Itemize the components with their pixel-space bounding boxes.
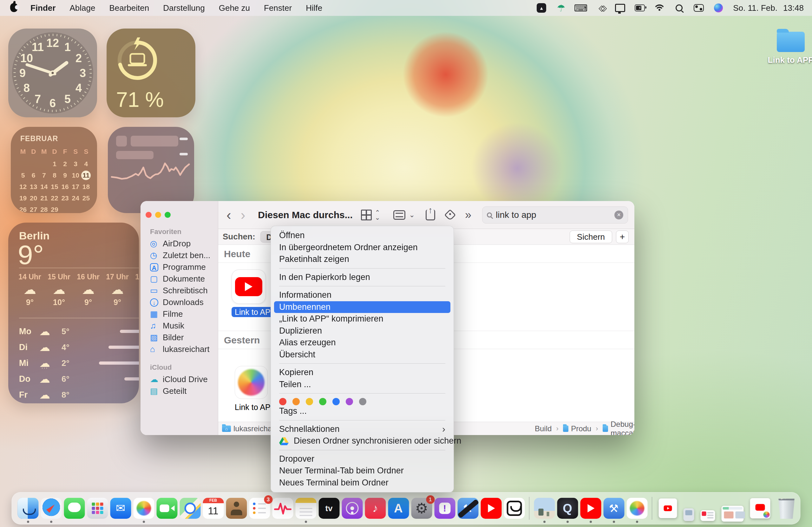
- tag-color-dot[interactable]: [306, 398, 313, 405]
- dropover-status-icon[interactable]: ◇◇: [595, 3, 606, 13]
- path-item-build[interactable]: Build: [535, 424, 552, 433]
- dock-podcasts[interactable]: [342, 498, 363, 519]
- sidebar-item[interactable]: ◎ AirDrop: [141, 238, 218, 250]
- share-button[interactable]: [426, 209, 435, 220]
- tag-color-dot[interactable]: [346, 398, 353, 405]
- icon-view-button[interactable]: [361, 209, 372, 220]
- forward-button[interactable]: ›: [240, 202, 254, 228]
- menu-item-quick-look[interactable]: Übersicht: [271, 349, 453, 361]
- menu-hilfe[interactable]: Hilfe: [299, 0, 329, 16]
- menu-item-show-package-contents[interactable]: Paketinhalt zeigen: [271, 253, 453, 265]
- dock-facetime[interactable]: [156, 498, 177, 519]
- dock-health[interactable]: [272, 498, 293, 519]
- dock-quicktime[interactable]: Q: [557, 498, 578, 519]
- weather-widget[interactable]: Berlin 9° 14 Uhr ☁ 9° 15 Uhr ☁ 10° 16 Uh…: [8, 223, 139, 403]
- tag-color-dot[interactable]: [319, 398, 327, 405]
- menu-item-new-terminal-tab[interactable]: Neuer Terminal-Tab beim Ordner: [271, 465, 453, 477]
- battery-widget[interactable]: 71 %: [106, 29, 195, 117]
- minimized-window[interactable]: [683, 508, 694, 521]
- desktop-folder-link-to-app[interactable]: Link to APP: [764, 28, 812, 65]
- menu-item-tags[interactable]: Tags ...: [271, 405, 453, 417]
- dock-swirl-app[interactable]: [626, 498, 647, 519]
- menu-bearbeiten[interactable]: Bearbeiten: [102, 0, 156, 16]
- sidebar-item[interactable]: ◷ Zuletzt ben...: [141, 250, 218, 261]
- dock-smile-app[interactable]: [504, 498, 525, 519]
- menu-item-compress[interactable]: „Link to APP“ komprimieren: [271, 313, 453, 325]
- dock-developer-tool[interactable]: ⚒: [458, 498, 478, 519]
- dock-system-settings[interactable]: ⚙ 1: [411, 498, 432, 519]
- menu-item-new-terminal[interactable]: Neues Terminal beim Ordner: [271, 477, 453, 489]
- menu-darstellung[interactable]: Darstellung: [156, 0, 212, 16]
- sidebar-item[interactable]: ▤ Geteilt: [141, 385, 218, 397]
- sidebar-item[interactable]: ☁ iCloud Drive: [141, 374, 218, 385]
- group-view-button[interactable]: [393, 210, 405, 220]
- menu-item-share[interactable]: Teilen ...: [271, 379, 453, 391]
- search-field[interactable]: link to app ×: [482, 206, 628, 223]
- close-button[interactable]: [146, 212, 151, 218]
- dock-xcode[interactable]: ⚒: [603, 498, 624, 519]
- dock-photos[interactable]: [133, 498, 154, 519]
- umbrella-status-icon[interactable]: ☂: [556, 3, 566, 13]
- display-status-icon[interactable]: [615, 3, 625, 13]
- sidebar-item[interactable]: A Programme: [141, 261, 218, 273]
- add-criteria-button[interactable]: +: [616, 231, 629, 243]
- menu-fenster[interactable]: Fenster: [257, 0, 299, 16]
- path-item-debug-maccatalyst[interactable]: Debug-maccatalyst: [611, 420, 634, 435]
- wifi-status-icon[interactable]: [654, 3, 665, 13]
- minimized-youtube-window[interactable]: [659, 498, 677, 518]
- tag-color-dot[interactable]: [359, 398, 366, 405]
- menu-item-rename-highlighted[interactable]: Umbenennen: [274, 301, 450, 313]
- back-button[interactable]: ‹: [218, 202, 240, 228]
- file-link-to-app-yesterday[interactable]: Link to APP: [235, 366, 276, 412]
- path-item-products[interactable]: Produ: [571, 424, 591, 433]
- sidebar-item[interactable]: ▦ Filme: [141, 308, 218, 320]
- menu-item-sync-folder[interactable]: Diesen Ordner synchronisieren oder siche…: [271, 435, 453, 447]
- minimized-youtube-window-2[interactable]: [750, 498, 770, 518]
- clock-widget[interactable]: 12 1 2 3 4 5 6 7 8 9 10 11: [8, 29, 97, 117]
- dock-notes[interactable]: [295, 498, 316, 519]
- control-center-icon[interactable]: [694, 3, 704, 13]
- menu-item-make-alias[interactable]: Alias erzeugen: [271, 337, 453, 349]
- sidebar-item[interactable]: ⌂ lukasreichart: [141, 343, 218, 355]
- menu-ablage[interactable]: Ablage: [62, 0, 102, 16]
- sidebar-item[interactable]: ♫ Musik: [141, 320, 218, 332]
- menu-item-move-to-trash[interactable]: In den Papierkorb legen: [271, 272, 453, 283]
- dock-app-store[interactable]: A: [388, 498, 409, 519]
- more-toolbar-items-button[interactable]: »: [465, 208, 472, 222]
- minimized-browser-window[interactable]: [722, 506, 744, 522]
- dock-trash[interactable]: [778, 498, 796, 519]
- minimize-button[interactable]: [155, 212, 161, 218]
- dock-messages[interactable]: [64, 498, 85, 519]
- dock-launchpad[interactable]: [87, 498, 108, 519]
- apple-menu-icon[interactable]: [10, 3, 18, 12]
- menu-item-get-info[interactable]: Informationen: [271, 289, 453, 301]
- dock-contacts[interactable]: [226, 498, 247, 519]
- menu-item-duplicate[interactable]: Duplizieren: [271, 325, 453, 337]
- dock-apple-tv[interactable]: tv: [318, 498, 339, 519]
- clear-search-button[interactable]: ×: [614, 210, 623, 219]
- dock-youtube[interactable]: [480, 498, 502, 519]
- tag-button[interactable]: [444, 209, 456, 221]
- tag-color-dot[interactable]: [279, 398, 287, 405]
- dock-finder[interactable]: [17, 498, 38, 519]
- menu-item-copy[interactable]: Kopieren: [271, 367, 453, 379]
- tag-color-dot[interactable]: [332, 398, 340, 405]
- menu-item-show-in-enclosing-folder[interactable]: In übergeordnetem Ordner anzeigen: [271, 241, 453, 254]
- menu-gehe-zu[interactable]: Gehe zu: [212, 0, 257, 16]
- dock-mail[interactable]: ✉: [110, 498, 131, 519]
- calendar-widget[interactable]: FEBRUAR M D M D F S S 123456789101112131…: [11, 127, 97, 213]
- app-status-icon[interactable]: ▲: [536, 3, 547, 13]
- dock-feedback-app[interactable]: !: [434, 498, 455, 519]
- view-chevrons-icon[interactable]: ⌃⌄: [375, 210, 380, 220]
- dock-music[interactable]: ♪: [365, 498, 386, 519]
- menu-bar-clock[interactable]: So. 11. Feb. 13:48: [733, 3, 804, 13]
- chart-widget[interactable]: [108, 127, 194, 213]
- zoom-button[interactable]: [165, 212, 171, 218]
- dock-reminders[interactable]: 3: [249, 498, 270, 519]
- menu-finder[interactable]: Finder: [24, 0, 62, 16]
- tag-color-dot[interactable]: [292, 398, 300, 405]
- sidebar-item[interactable]: ↓ Downloads: [141, 296, 218, 308]
- menu-item-dropover[interactable]: Dropover: [271, 453, 453, 465]
- dock-maps[interactable]: [179, 498, 201, 519]
- sidebar-item[interactable]: ▨ Bilder: [141, 332, 218, 343]
